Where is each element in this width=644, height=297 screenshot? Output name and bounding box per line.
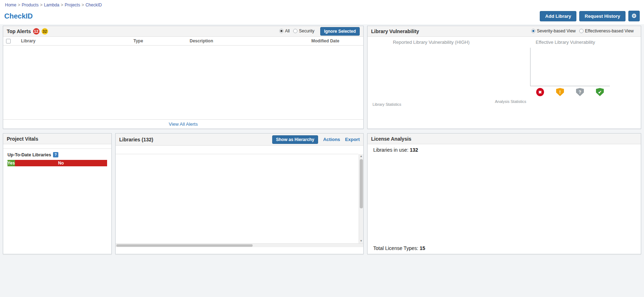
breadcrumb-link-home[interactable]: Home — [5, 2, 16, 7]
horizontal-scrollbar[interactable] — [116, 243, 363, 247]
alerts-filter-radios: AllSecurity — [279, 28, 318, 34]
radio-icon — [279, 29, 284, 33]
radio-icon — [579, 29, 584, 33]
license-analysis-header: License Analysis — [368, 134, 641, 144]
up-to-date-no-segment: No — [15, 160, 107, 166]
breadcrumb-separator: > — [61, 2, 63, 7]
total-license-types-label: Total License Types: — [373, 245, 418, 251]
high-alert-count-badge: 12 — [33, 28, 39, 35]
libraries-in-use-label: Libraries in use: — [373, 147, 408, 153]
actions-link[interactable]: Actions — [323, 137, 340, 142]
license-analysis-title: License Analysis — [371, 136, 411, 142]
orange-exclamation-shield-icon: ! — [556, 88, 564, 96]
project-vitals-body — [3, 144, 111, 147]
radio-label: All — [285, 28, 290, 33]
up-to-date-yes-segment: Yes — [7, 160, 15, 166]
vulnerability-view-radios: Severity-based ViewEffectiveness-based V… — [531, 28, 637, 34]
breadcrumb-separator: > — [81, 2, 84, 7]
total-license-types-value: 15 — [420, 245, 426, 251]
help-icon[interactable]: ? — [53, 152, 58, 157]
medium-alert-count-badge: 32 — [42, 28, 48, 35]
gray-question-shield-icon: ? — [576, 88, 584, 96]
reported-vulnerability-column: Reported Library Vulnerability (HIGH) Li… — [373, 39, 490, 108]
up-to-date-bar: Yes No — [7, 160, 107, 166]
license-analysis-body: Libraries in use: 132 Total License Type… — [368, 144, 641, 254]
library-statistics-label: Library Statistics — [373, 102, 490, 106]
project-vitals-header: Project Vitals — [3, 134, 111, 144]
top-bar: Home>Products>Lambda>Projects>CheckID Ch… — [0, 0, 644, 24]
scroll-down-icon[interactable]: ▼ — [360, 239, 363, 243]
donut-wrap — [373, 48, 490, 96]
effective-vulnerability-column: Effective Library Vulnerability ✖ ! ? ✔ … — [495, 39, 636, 108]
settings-button[interactable]: ⚙ — [628, 11, 640, 21]
library-vulnerability-body: Reported Library Vulnerability (HIGH) Li… — [368, 37, 641, 108]
spacer — [3, 166, 111, 169]
bar-chart-title: Effective Library Vulnerability — [495, 40, 636, 45]
total-license-types: Total License Types: 15 — [373, 245, 635, 254]
vertical-scrollbar[interactable]: ▲ ▼ — [359, 154, 363, 243]
row-top: Top Alerts 12 32 AllSecurity Ignore Sele… — [3, 26, 641, 129]
top-alerts-panel: Top Alerts 12 32 AllSecurity Ignore Sele… — [3, 26, 364, 129]
breadcrumb-link-checkid[interactable]: CheckID — [85, 2, 102, 7]
radio-security[interactable]: Security — [293, 28, 314, 33]
libraries-in-use: Libraries in use: 132 — [373, 147, 635, 153]
radio-label: Severity-based View — [537, 28, 576, 33]
breadcrumb-link-projects[interactable]: Projects — [65, 2, 80, 7]
alerts-footer: View All Alerts — [3, 119, 363, 129]
libraries-table-body — [116, 154, 358, 243]
license-chart-area — [373, 153, 635, 245]
breadcrumb-link-products[interactable]: Products — [22, 2, 38, 7]
up-to-date-row: Up-To-Date Libraries ? — [3, 151, 111, 158]
project-vitals-panel: Project Vitals Up-To-Date Libraries ? Ye… — [3, 133, 112, 254]
effective-vulnerability-barchart: ✖ ! ? ✔ — [521, 48, 610, 96]
radio-icon — [531, 29, 535, 33]
horizontal-scrollbar-thumb[interactable] — [116, 244, 253, 247]
page-header: CheckID Add Library Request History ⚙ — [4, 11, 640, 21]
select-all-checkbox[interactable] — [6, 39, 11, 43]
radio-label: Security — [299, 28, 314, 33]
libraries-table: ▲ ▼ — [116, 146, 363, 243]
breadcrumb: Home>Products>Lambda>Projects>CheckID — [4, 2, 640, 7]
export-link[interactable]: Export — [345, 137, 360, 142]
library-vulnerability-header: Library Vulnerability Severity-based Vie… — [368, 26, 641, 37]
radio-effectiveness-based-view[interactable]: Effectiveness-based View — [579, 28, 634, 33]
ignore-selected-button[interactable]: Ignore Selected — [320, 27, 360, 36]
radio-label: Effectiveness-based View — [585, 28, 634, 33]
radio-icon — [293, 29, 297, 33]
radio-all[interactable]: All — [279, 28, 290, 33]
show-as-hierarchy-button[interactable]: Show as Hierarchy — [272, 135, 318, 144]
vertical-scrollbar-thumb[interactable] — [360, 159, 363, 208]
libraries-legend — [116, 252, 363, 254]
radio-severity-based-view[interactable]: Severity-based View — [531, 28, 576, 33]
up-to-date-label: Up-To-Date Libraries — [7, 152, 51, 157]
alerts-column-header: LibraryTypeDescriptionModified Date — [3, 37, 363, 46]
gear-icon: ⚙ — [632, 13, 637, 19]
request-history-button[interactable]: Request History — [579, 11, 625, 21]
libraries-actions: Show as Hierarchy Actions Export — [272, 135, 360, 144]
license-pie-chart — [390, 158, 471, 239]
scroll-up-icon[interactable]: ▲ — [360, 154, 363, 158]
libraries-header: Libraries (132) Show as Hierarchy Action… — [116, 134, 363, 146]
breadcrumb-separator: > — [18, 2, 20, 7]
donut-chart-title: Reported Library Vulnerability (HIGH) — [373, 40, 490, 45]
libraries-column-header — [116, 146, 358, 154]
green-check-shield-icon: ✔ — [596, 88, 604, 96]
libraries-in-use-value: 132 — [410, 147, 418, 153]
header-actions: Add Library Request History ⚙ — [540, 11, 640, 21]
bar-columns — [530, 48, 610, 86]
view-all-alerts-link[interactable]: View All Alerts — [169, 121, 197, 127]
dashboard-content: Top Alerts 12 32 AllSecurity Ignore Sele… — [0, 24, 644, 257]
top-alerts-header: Top Alerts 12 32 AllSecurity Ignore Sele… — [3, 26, 363, 37]
top-alerts-title: Top Alerts — [7, 28, 31, 34]
breadcrumb-link-lambda[interactable]: Lambda — [44, 2, 59, 7]
libraries-title: Libraries (132) — [119, 137, 153, 142]
add-library-button[interactable]: Add Library — [540, 11, 576, 21]
license-pie-wrap — [373, 158, 487, 239]
column-header-modified-date: Modified Date — [311, 38, 345, 43]
libraries-panel: Libraries (132) Show as Hierarchy Action… — [115, 133, 364, 254]
bar-category-icons: ✖ ! ? ✔ — [530, 88, 610, 96]
library-vulnerability-title: Library Vulnerability — [371, 28, 419, 34]
analysis-statistics-label: Analysis Statistics — [495, 99, 636, 104]
divider — [3, 148, 111, 149]
column-header-description: Description — [190, 38, 311, 43]
